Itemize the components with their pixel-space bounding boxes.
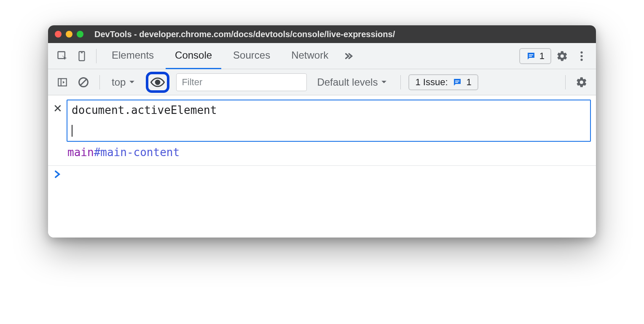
- tab-elements[interactable]: Elements: [102, 43, 163, 69]
- chevron-right-icon: [54, 170, 61, 178]
- window-titlebar: DevTools - developer.chrome.com/docs/dev…: [48, 25, 596, 43]
- eye-icon: [150, 77, 165, 87]
- result-tag: main: [67, 146, 94, 159]
- context-label: top: [112, 76, 126, 88]
- svg-line-11: [80, 79, 86, 85]
- svg-rect-8: [58, 78, 67, 86]
- context-selector[interactable]: top: [107, 76, 139, 88]
- messages-badge[interactable]: 1: [519, 48, 551, 64]
- tab-network[interactable]: Network: [282, 43, 338, 69]
- minimize-window-button[interactable]: [66, 31, 72, 38]
- live-expression-row: ✕ document.activeElement: [48, 95, 596, 144]
- console-settings-icon[interactable]: [573, 74, 590, 91]
- live-expression-button[interactable]: [146, 72, 169, 93]
- divider: [400, 75, 401, 89]
- inspect-element-icon[interactable]: [54, 48, 71, 65]
- log-levels-selector[interactable]: Default levels: [311, 76, 393, 88]
- divider: [96, 49, 97, 63]
- devtools-window: DevTools - developer.chrome.com/docs/dev…: [48, 25, 596, 238]
- svg-point-7: [580, 59, 582, 61]
- window-title: DevTools - developer.chrome.com/docs/dev…: [94, 30, 395, 39]
- result-id: #main-content: [94, 146, 180, 159]
- svg-rect-14: [455, 82, 458, 83]
- main-tabbar: Elements Console Sources Network 1: [48, 43, 596, 69]
- svg-rect-3: [529, 54, 533, 55]
- svg-point-6: [580, 55, 582, 57]
- console-toolbar: top Default levels 1 Issue: 1: [48, 69, 596, 95]
- message-icon: [452, 77, 462, 87]
- messages-count: 1: [539, 51, 545, 62]
- divider: [565, 75, 566, 89]
- console-prompt[interactable]: [48, 166, 596, 183]
- live-expression-result[interactable]: main#main-content: [48, 144, 596, 166]
- issues-badge[interactable]: 1 Issue: 1: [408, 74, 478, 90]
- close-window-button[interactable]: [55, 31, 62, 38]
- divider: [99, 75, 100, 89]
- levels-label: Default levels: [317, 76, 378, 88]
- clear-console-icon[interactable]: [75, 74, 92, 91]
- svg-rect-13: [455, 81, 459, 81]
- svg-point-12: [156, 80, 160, 84]
- settings-icon[interactable]: [554, 48, 571, 65]
- kebab-menu-icon[interactable]: [573, 48, 590, 65]
- toggle-sidebar-icon[interactable]: [54, 74, 71, 91]
- text-caret: [72, 125, 72, 137]
- device-toolbar-icon[interactable]: [73, 48, 90, 65]
- chevron-down-icon: [381, 80, 387, 84]
- live-expression-input[interactable]: document.activeElement: [67, 100, 591, 142]
- svg-rect-4: [529, 56, 532, 57]
- filter-input[interactable]: [176, 73, 307, 91]
- tab-console[interactable]: Console: [166, 43, 221, 69]
- tab-sources[interactable]: Sources: [224, 43, 279, 69]
- more-tabs-icon[interactable]: [340, 48, 357, 65]
- message-icon: [526, 51, 536, 61]
- svg-point-5: [580, 51, 582, 53]
- chevron-down-icon: [129, 80, 135, 84]
- issues-count: 1: [467, 77, 472, 88]
- close-icon[interactable]: ✕: [53, 100, 62, 115]
- maximize-window-button[interactable]: [77, 31, 83, 38]
- issues-label: 1 Issue:: [415, 77, 448, 88]
- console-empty-area[interactable]: [48, 183, 596, 238]
- live-expression-text: document.activeElement: [72, 104, 217, 116]
- traffic-lights: [55, 31, 83, 38]
